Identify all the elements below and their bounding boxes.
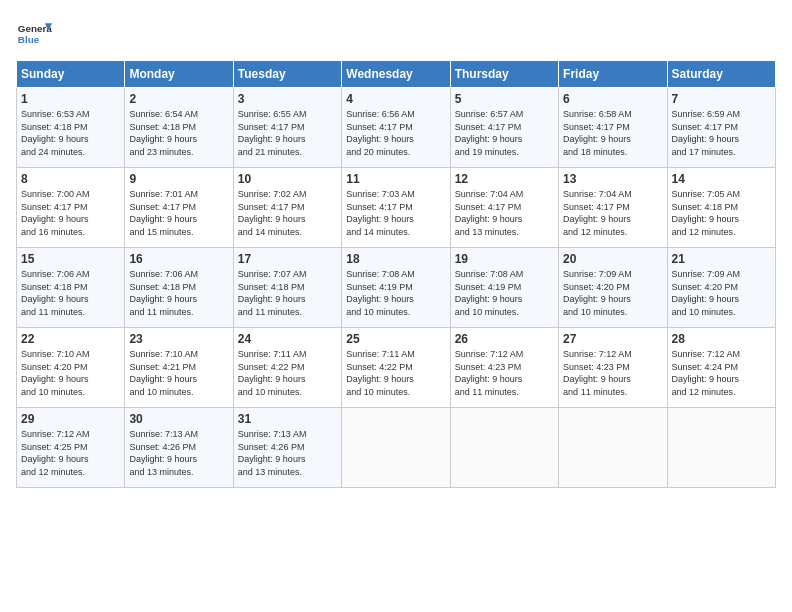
calendar-cell: 26Sunrise: 7:12 AMSunset: 4:23 PMDayligh… xyxy=(450,328,558,408)
svg-text:Blue: Blue xyxy=(18,34,40,45)
cell-info: Sunrise: 7:06 AMSunset: 4:18 PMDaylight:… xyxy=(129,268,228,318)
day-number: 5 xyxy=(455,92,554,106)
day-number: 21 xyxy=(672,252,771,266)
calendar-cell: 16Sunrise: 7:06 AMSunset: 4:18 PMDayligh… xyxy=(125,248,233,328)
cell-info: Sunrise: 7:01 AMSunset: 4:17 PMDaylight:… xyxy=(129,188,228,238)
cell-info: Sunrise: 6:59 AMSunset: 4:17 PMDaylight:… xyxy=(672,108,771,158)
day-number: 16 xyxy=(129,252,228,266)
calendar-cell: 3Sunrise: 6:55 AMSunset: 4:17 PMDaylight… xyxy=(233,88,341,168)
calendar-cell: 13Sunrise: 7:04 AMSunset: 4:17 PMDayligh… xyxy=(559,168,667,248)
calendar-cell: 25Sunrise: 7:11 AMSunset: 4:22 PMDayligh… xyxy=(342,328,450,408)
week-row-3: 15Sunrise: 7:06 AMSunset: 4:18 PMDayligh… xyxy=(17,248,776,328)
page-header: General Blue xyxy=(16,16,776,52)
header-row: SundayMondayTuesdayWednesdayThursdayFrid… xyxy=(17,61,776,88)
calendar-cell: 4Sunrise: 6:56 AMSunset: 4:17 PMDaylight… xyxy=(342,88,450,168)
day-number: 19 xyxy=(455,252,554,266)
day-number: 1 xyxy=(21,92,120,106)
calendar-cell: 6Sunrise: 6:58 AMSunset: 4:17 PMDaylight… xyxy=(559,88,667,168)
calendar-cell: 21Sunrise: 7:09 AMSunset: 4:20 PMDayligh… xyxy=(667,248,775,328)
calendar-cell: 5Sunrise: 6:57 AMSunset: 4:17 PMDaylight… xyxy=(450,88,558,168)
calendar-cell: 30Sunrise: 7:13 AMSunset: 4:26 PMDayligh… xyxy=(125,408,233,488)
cell-info: Sunrise: 7:09 AMSunset: 4:20 PMDaylight:… xyxy=(563,268,662,318)
cell-info: Sunrise: 7:11 AMSunset: 4:22 PMDaylight:… xyxy=(238,348,337,398)
week-row-2: 8Sunrise: 7:00 AMSunset: 4:17 PMDaylight… xyxy=(17,168,776,248)
cell-info: Sunrise: 7:05 AMSunset: 4:18 PMDaylight:… xyxy=(672,188,771,238)
calendar-table: SundayMondayTuesdayWednesdayThursdayFrid… xyxy=(16,60,776,488)
day-number: 11 xyxy=(346,172,445,186)
calendar-cell: 23Sunrise: 7:10 AMSunset: 4:21 PMDayligh… xyxy=(125,328,233,408)
cell-info: Sunrise: 7:12 AMSunset: 4:23 PMDaylight:… xyxy=(563,348,662,398)
calendar-cell: 1Sunrise: 6:53 AMSunset: 4:18 PMDaylight… xyxy=(17,88,125,168)
calendar-cell: 28Sunrise: 7:12 AMSunset: 4:24 PMDayligh… xyxy=(667,328,775,408)
col-header-sunday: Sunday xyxy=(17,61,125,88)
day-number: 22 xyxy=(21,332,120,346)
day-number: 8 xyxy=(21,172,120,186)
calendar-cell: 31Sunrise: 7:13 AMSunset: 4:26 PMDayligh… xyxy=(233,408,341,488)
cell-info: Sunrise: 7:04 AMSunset: 4:17 PMDaylight:… xyxy=(455,188,554,238)
calendar-cell: 11Sunrise: 7:03 AMSunset: 4:17 PMDayligh… xyxy=(342,168,450,248)
col-header-saturday: Saturday xyxy=(667,61,775,88)
day-number: 24 xyxy=(238,332,337,346)
day-number: 26 xyxy=(455,332,554,346)
cell-info: Sunrise: 7:07 AMSunset: 4:18 PMDaylight:… xyxy=(238,268,337,318)
calendar-cell: 12Sunrise: 7:04 AMSunset: 4:17 PMDayligh… xyxy=(450,168,558,248)
cell-info: Sunrise: 7:11 AMSunset: 4:22 PMDaylight:… xyxy=(346,348,445,398)
logo: General Blue xyxy=(16,16,52,52)
calendar-cell: 8Sunrise: 7:00 AMSunset: 4:17 PMDaylight… xyxy=(17,168,125,248)
day-number: 28 xyxy=(672,332,771,346)
cell-info: Sunrise: 7:08 AMSunset: 4:19 PMDaylight:… xyxy=(346,268,445,318)
cell-info: Sunrise: 7:08 AMSunset: 4:19 PMDaylight:… xyxy=(455,268,554,318)
calendar-cell: 10Sunrise: 7:02 AMSunset: 4:17 PMDayligh… xyxy=(233,168,341,248)
logo-icon: General Blue xyxy=(16,16,52,52)
col-header-tuesday: Tuesday xyxy=(233,61,341,88)
calendar-cell: 20Sunrise: 7:09 AMSunset: 4:20 PMDayligh… xyxy=(559,248,667,328)
calendar-cell: 29Sunrise: 7:12 AMSunset: 4:25 PMDayligh… xyxy=(17,408,125,488)
day-number: 27 xyxy=(563,332,662,346)
cell-info: Sunrise: 6:57 AMSunset: 4:17 PMDaylight:… xyxy=(455,108,554,158)
week-row-4: 22Sunrise: 7:10 AMSunset: 4:20 PMDayligh… xyxy=(17,328,776,408)
cell-info: Sunrise: 6:54 AMSunset: 4:18 PMDaylight:… xyxy=(129,108,228,158)
cell-info: Sunrise: 6:55 AMSunset: 4:17 PMDaylight:… xyxy=(238,108,337,158)
cell-info: Sunrise: 6:56 AMSunset: 4:17 PMDaylight:… xyxy=(346,108,445,158)
calendar-cell: 14Sunrise: 7:05 AMSunset: 4:18 PMDayligh… xyxy=(667,168,775,248)
day-number: 18 xyxy=(346,252,445,266)
col-header-monday: Monday xyxy=(125,61,233,88)
day-number: 17 xyxy=(238,252,337,266)
day-number: 29 xyxy=(21,412,120,426)
calendar-cell: 22Sunrise: 7:10 AMSunset: 4:20 PMDayligh… xyxy=(17,328,125,408)
day-number: 7 xyxy=(672,92,771,106)
cell-info: Sunrise: 7:13 AMSunset: 4:26 PMDaylight:… xyxy=(129,428,228,478)
day-number: 4 xyxy=(346,92,445,106)
cell-info: Sunrise: 7:06 AMSunset: 4:18 PMDaylight:… xyxy=(21,268,120,318)
calendar-cell: 24Sunrise: 7:11 AMSunset: 4:22 PMDayligh… xyxy=(233,328,341,408)
cell-info: Sunrise: 7:04 AMSunset: 4:17 PMDaylight:… xyxy=(563,188,662,238)
calendar-cell: 27Sunrise: 7:12 AMSunset: 4:23 PMDayligh… xyxy=(559,328,667,408)
calendar-cell: 7Sunrise: 6:59 AMSunset: 4:17 PMDaylight… xyxy=(667,88,775,168)
col-header-wednesday: Wednesday xyxy=(342,61,450,88)
cell-info: Sunrise: 7:13 AMSunset: 4:26 PMDaylight:… xyxy=(238,428,337,478)
col-header-friday: Friday xyxy=(559,61,667,88)
day-number: 6 xyxy=(563,92,662,106)
cell-info: Sunrise: 7:10 AMSunset: 4:20 PMDaylight:… xyxy=(21,348,120,398)
cell-info: Sunrise: 7:02 AMSunset: 4:17 PMDaylight:… xyxy=(238,188,337,238)
week-row-1: 1Sunrise: 6:53 AMSunset: 4:18 PMDaylight… xyxy=(17,88,776,168)
day-number: 13 xyxy=(563,172,662,186)
day-number: 25 xyxy=(346,332,445,346)
cell-info: Sunrise: 7:03 AMSunset: 4:17 PMDaylight:… xyxy=(346,188,445,238)
day-number: 14 xyxy=(672,172,771,186)
day-number: 31 xyxy=(238,412,337,426)
day-number: 3 xyxy=(238,92,337,106)
calendar-cell xyxy=(667,408,775,488)
day-number: 15 xyxy=(21,252,120,266)
day-number: 12 xyxy=(455,172,554,186)
day-number: 30 xyxy=(129,412,228,426)
day-number: 20 xyxy=(563,252,662,266)
cell-info: Sunrise: 7:12 AMSunset: 4:25 PMDaylight:… xyxy=(21,428,120,478)
calendar-cell: 17Sunrise: 7:07 AMSunset: 4:18 PMDayligh… xyxy=(233,248,341,328)
calendar-cell xyxy=(450,408,558,488)
calendar-cell: 2Sunrise: 6:54 AMSunset: 4:18 PMDaylight… xyxy=(125,88,233,168)
cell-info: Sunrise: 6:58 AMSunset: 4:17 PMDaylight:… xyxy=(563,108,662,158)
cell-info: Sunrise: 7:09 AMSunset: 4:20 PMDaylight:… xyxy=(672,268,771,318)
calendar-cell: 19Sunrise: 7:08 AMSunset: 4:19 PMDayligh… xyxy=(450,248,558,328)
day-number: 23 xyxy=(129,332,228,346)
